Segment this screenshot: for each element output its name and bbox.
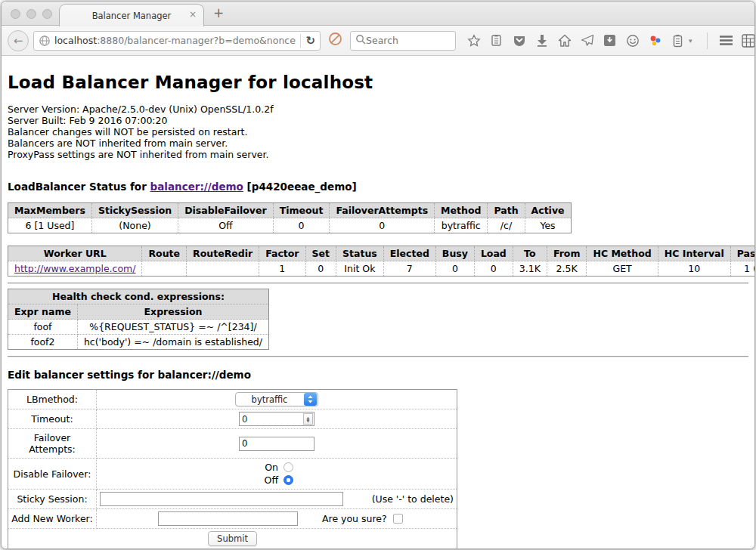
failover-attempts-field [97,429,457,459]
cell-busy: 0 [435,261,474,277]
number-spinner-icon[interactable]: ▲▼ [303,413,313,425]
server-built-line: Server Built: Feb 9 2016 07:00:20 [8,115,748,126]
timeout-value: 0 [240,414,303,425]
col-passes: Passes [730,246,754,261]
timeout-input[interactable]: 0 ▲▼ [239,412,314,426]
cell-maxmembers: 6 [1 Used] [8,218,92,233]
cell-expression: hc('body') =~ /domain is established/ [77,335,268,350]
col-disablefailover: DisableFailover [178,203,273,218]
blocked-content-icon[interactable] [328,32,342,49]
reading-list-icon[interactable] [489,33,503,48]
bookmark-star-icon[interactable] [466,33,481,48]
notice-line: Balancers are NOT inherited from main se… [8,138,748,149]
home-icon[interactable] [557,33,572,48]
submit-cell: Submit [8,529,457,549]
cell-hc-method: GET [587,261,658,277]
section-divider [8,283,748,284]
notice-line: Balancer changes will NOT be persisted o… [8,126,748,138]
window-control-close[interactable] [11,9,20,19]
new-tab-button[interactable]: + [213,7,224,20]
url-domain: localhost [54,35,97,46]
url-text[interactable]: localhost:8880/balancer-manager?b=demo&n… [54,35,296,46]
sticky-session-input[interactable] [100,492,343,506]
cell-failoverattempts: 0 [330,218,435,233]
select-stepper-icon [304,393,317,406]
globe-icon [39,35,51,47]
cell-routeredir [187,261,259,277]
colored-dots-icon[interactable] [648,33,662,48]
disable-failover-row: Disable Failover: On Off [8,459,457,490]
are-you-sure-checkbox[interactable] [393,514,403,524]
window-control-minimize[interactable] [26,9,36,19]
cell-expr-name: foof [8,320,78,335]
are-you-sure-label: Are you sure? [322,513,387,524]
failover-attempts-input[interactable] [239,437,314,451]
section-divider [8,356,748,357]
save-square-icon[interactable] [603,33,617,48]
col-to: To [513,246,547,261]
col-timeout: Timeout [273,203,330,218]
health-table-title-row: Health check cond. expressions: [8,289,269,304]
failover-attempts-label: Failover Attempts: [8,429,97,459]
notice-line: ProxyPass settings are NOT inherited fro… [8,149,748,160]
timeout-field: 0 ▲▼ [97,409,457,429]
col-factor: Factor [259,246,305,261]
chevron-down-icon[interactable]: ▾ [689,37,692,45]
col-busy: Busy [435,246,474,261]
search-icon [355,33,366,48]
col-expr-name: Expr name [8,304,78,320]
cell-method: bytraffic [435,218,488,233]
balancer-status-table: MaxMembers StickySession DisableFailover… [8,202,572,233]
forum-smiley-icon[interactable] [625,33,640,48]
col-worker-url: Worker URL [8,246,142,261]
pocket-icon[interactable] [512,33,526,48]
balancer-demo-link[interactable]: balancer://demo [150,181,243,193]
col-load: Load [474,246,513,261]
worker-url-link[interactable]: http://www.example.com/ [14,263,135,274]
loadbalancer-status-heading: LoadBalancer Status for balancer://demo … [8,181,748,193]
table-row: 6 [1 Used] (None) Off 0 0 bytraffic /c/ … [8,218,572,233]
server-info: Server Version: Apache/2.5.0-dev (Unix) … [8,104,748,160]
radio-on-label: On [260,462,278,473]
search-input[interactable] [366,35,442,46]
disable-failover-label: Disable Failover: [8,459,97,490]
search-bar[interactable] [350,31,456,51]
tab-close-icon[interactable]: × [189,10,197,19]
tiles-grid-icon[interactable] [742,33,755,48]
send-plane-icon[interactable] [580,33,594,48]
expr-row: foof %{REQUEST_STATUS} =~ /^[234]/ [8,320,269,335]
downloads-icon[interactable] [534,33,549,48]
lbmethod-field: bytraffic [97,390,457,409]
battery-panel-icon[interactable] [671,33,685,48]
lbmethod-row: LBmethod: bytraffic [8,390,457,409]
cell-set: 0 [305,261,336,277]
col-active: Active [525,203,571,218]
url-bar[interactable]: localhost:8880/balancer-manager?b=demo&n… [33,31,321,51]
add-worker-row: Add New Worker: Are you sure? [8,509,457,529]
window-control-zoom[interactable] [42,9,52,19]
add-worker-input[interactable] [158,511,298,526]
col-method: Method [435,203,488,218]
worker-row: http://www.example.com/ 1 0 Init Ok 7 0 … [8,261,755,277]
health-table-title: Health check cond. expressions: [8,289,269,304]
reload-icon[interactable]: ↻ [305,34,315,48]
server-version-line: Server Version: Apache/2.5.0-dev (Unix) … [8,104,748,115]
failover-attempts-row: Failover Attempts: [8,429,457,459]
cell-expression: %{REQUEST_STATUS} =~ /^[234]/ [77,320,268,335]
col-expression: Expression [77,304,268,320]
cell-from: 2.5K [547,261,587,277]
submit-button[interactable]: Submit [208,531,257,546]
radio-off[interactable] [284,475,293,485]
window-controls [11,9,52,19]
back-button[interactable]: ← [8,30,29,51]
cell-status: Init Ok [336,261,384,277]
lbmethod-select[interactable]: bytraffic [235,392,318,406]
radio-on[interactable] [284,462,293,472]
col-hc-method: HC Method [587,246,658,261]
col-failoverattempts: FailoverAttempts [330,203,435,218]
worker-status-table: Worker URL Route RouteRedir Factor Set S… [8,246,754,277]
browser-tab[interactable]: Balancer Manager × [59,4,204,26]
add-worker-field: Are you sure? [97,509,457,529]
menu-hamburger-icon[interactable] [719,33,733,48]
cell-timeout: 0 [273,218,330,233]
